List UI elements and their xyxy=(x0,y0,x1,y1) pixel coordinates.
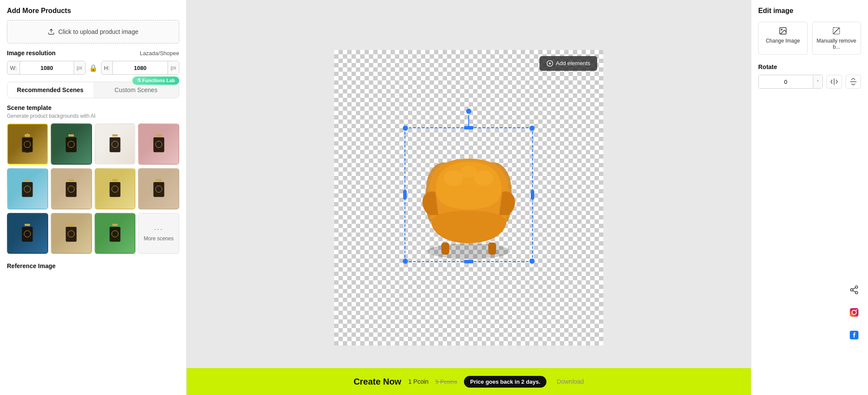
height-value: 1080 xyxy=(113,65,168,71)
scene-thumb-10[interactable] xyxy=(51,213,92,254)
svg-rect-17 xyxy=(22,182,33,197)
svg-point-53 xyxy=(851,289,853,291)
perfume-icon-5 xyxy=(16,178,38,199)
manually-remove-bg-button[interactable]: Manually remove b... xyxy=(812,22,861,55)
svg-rect-16 xyxy=(25,179,30,181)
flip-vertical-button[interactable] xyxy=(845,75,861,89)
scenes-grid-row2 xyxy=(7,168,179,209)
change-image-button[interactable]: Change Image xyxy=(758,22,808,55)
left-panel: Add More Products Click to upload produc… xyxy=(0,0,187,395)
download-label[interactable]: Download xyxy=(557,378,584,385)
center-canvas: Add elements xyxy=(187,0,751,395)
height-input[interactable]: H: 1080 px xyxy=(101,61,180,75)
rotation-handle[interactable] xyxy=(466,109,471,114)
scene-template-title: Scene template xyxy=(7,104,179,111)
resolution-preset[interactable]: Lazada/Shopee xyxy=(140,50,179,56)
handle-top-right[interactable] xyxy=(529,126,535,131)
perfume-icon-7 xyxy=(104,178,126,199)
perfume-icon-9 xyxy=(16,222,38,244)
resolution-label: Image resolution xyxy=(7,50,56,56)
svg-point-52 xyxy=(855,286,858,289)
rotate-degree: ° xyxy=(813,75,822,88)
reference-image-title: Reference Image xyxy=(7,262,179,269)
svg-rect-29 xyxy=(22,227,33,242)
svg-rect-34 xyxy=(112,224,118,226)
svg-point-59 xyxy=(856,309,857,310)
svg-point-45 xyxy=(461,166,477,178)
perfume-icon-1 xyxy=(16,133,38,155)
svg-rect-22 xyxy=(112,179,118,181)
instagram-icon[interactable] xyxy=(846,305,862,320)
svg-rect-41 xyxy=(441,242,449,255)
svg-rect-28 xyxy=(25,224,30,226)
perfume-icon-11 xyxy=(104,222,126,244)
edit-image-title: Edit image xyxy=(758,7,861,15)
svg-rect-26 xyxy=(153,182,164,197)
scene-thumb-6[interactable] xyxy=(51,168,92,209)
flip-horizontal-button[interactable] xyxy=(826,75,842,89)
product-image-container[interactable] xyxy=(399,124,538,272)
svg-line-49 xyxy=(834,28,839,33)
svg-rect-7 xyxy=(69,135,74,137)
svg-rect-5 xyxy=(25,152,30,153)
rotation-line xyxy=(468,115,469,127)
svg-point-47 xyxy=(781,29,783,30)
svg-rect-31 xyxy=(69,224,74,226)
svg-rect-25 xyxy=(156,179,161,181)
add-elements-icon xyxy=(546,60,553,67)
svg-rect-19 xyxy=(69,179,74,181)
svg-rect-10 xyxy=(112,135,118,137)
more-scenes-button[interactable]: ··· More scenes xyxy=(138,213,179,254)
width-label: W: xyxy=(7,61,20,74)
perfume-icon-8 xyxy=(148,178,170,199)
width-input[interactable]: W: 1080 px xyxy=(7,61,85,75)
add-elements-button[interactable]: Add elements xyxy=(539,56,598,71)
tab-recommended-scenes[interactable]: Recommended Scenes xyxy=(7,82,93,98)
svg-rect-35 xyxy=(109,227,120,242)
scene-thumb-4[interactable] xyxy=(138,123,179,165)
manually-remove-label: Manually remove b... xyxy=(816,38,858,50)
height-unit: px xyxy=(168,61,179,74)
facebook-icon[interactable] xyxy=(846,327,862,343)
scene-thumb-9[interactable] xyxy=(7,213,48,254)
scene-thumb-11[interactable] xyxy=(95,213,136,254)
chair-image xyxy=(406,135,532,261)
svg-rect-1 xyxy=(25,137,30,138)
width-value: 1080 xyxy=(20,65,74,71)
add-elements-label: Add elements xyxy=(556,60,591,66)
perfume-icon-10 xyxy=(60,222,82,244)
scene-thumb-3[interactable] xyxy=(95,123,136,165)
more-scenes-dots: ··· xyxy=(154,225,163,234)
share-icon[interactable] xyxy=(846,282,862,298)
upload-product-image-button[interactable]: Click to upload product image xyxy=(7,20,179,43)
svg-point-6 xyxy=(27,133,28,135)
width-unit: px xyxy=(74,61,85,74)
edit-actions: Change Image Manually remove b... xyxy=(758,22,861,55)
scenes-grid-row1 xyxy=(7,123,179,165)
canvas-area[interactable]: Add elements xyxy=(334,50,603,345)
upload-btn-label: Click to upload product image xyxy=(58,28,138,35)
svg-rect-32 xyxy=(66,227,77,242)
scene-thumb-8[interactable] xyxy=(138,168,179,209)
rotate-value: 0 xyxy=(759,79,813,85)
scene-thumb-2[interactable] xyxy=(51,123,92,165)
add-products-title: Add More Products xyxy=(7,7,179,15)
perfume-icon-3 xyxy=(104,133,126,155)
rotate-input[interactable]: 0 ° xyxy=(758,75,823,89)
lock-icon[interactable]: 🔒 xyxy=(89,64,98,72)
handle-top-left[interactable] xyxy=(403,126,408,131)
scene-thumb-7[interactable] xyxy=(95,168,136,209)
svg-rect-8 xyxy=(66,137,77,152)
scene-thumb-1[interactable] xyxy=(7,123,48,165)
height-label: H: xyxy=(102,61,113,74)
scene-thumb-5[interactable] xyxy=(7,168,48,209)
upload-icon xyxy=(48,28,55,35)
svg-point-54 xyxy=(855,292,858,294)
remove-bg-icon xyxy=(832,27,841,35)
dimension-row: W: 1080 px 🔒 H: 1080 px xyxy=(7,61,179,75)
right-panel: Edit image Change Image Manually remove … xyxy=(751,0,868,395)
svg-rect-20 xyxy=(66,182,77,197)
scene-template-subtitle: Generate product backgrounds with AI xyxy=(7,113,179,119)
change-image-icon xyxy=(779,27,787,35)
svg-rect-23 xyxy=(109,182,120,197)
